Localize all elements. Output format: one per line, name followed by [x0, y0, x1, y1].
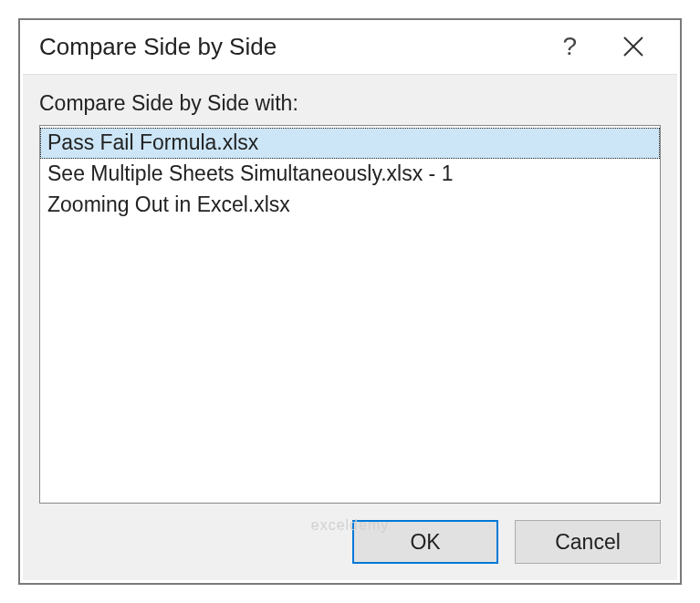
titlebar: Compare Side by Side ?	[23, 23, 677, 74]
dialog-body: Compare Side by Side with: Pass Fail For…	[23, 74, 677, 580]
workbook-listbox[interactable]: Pass Fail Formula.xlsx See Multiple Shee…	[39, 125, 661, 504]
button-row: OK Cancel	[39, 520, 661, 564]
close-icon[interactable]	[595, 36, 661, 57]
ok-button[interactable]: OK	[352, 520, 498, 564]
help-icon[interactable]: ?	[544, 32, 595, 61]
list-item[interactable]: Pass Fail Formula.xlsx	[40, 128, 660, 159]
listbox-label: Compare Side by Side with:	[39, 91, 661, 116]
x-icon	[622, 36, 644, 57]
list-item[interactable]: Zooming Out in Excel.xlsx	[40, 190, 660, 221]
dialog-title: Compare Side by Side	[39, 33, 544, 61]
cancel-button[interactable]: Cancel	[515, 520, 661, 564]
dialog-window: Compare Side by Side ? Compare Side by S…	[18, 18, 682, 585]
dialog-content: Compare Side by Side ? Compare Side by S…	[23, 23, 677, 580]
list-item[interactable]: See Multiple Sheets Simultaneously.xlsx …	[40, 159, 660, 190]
